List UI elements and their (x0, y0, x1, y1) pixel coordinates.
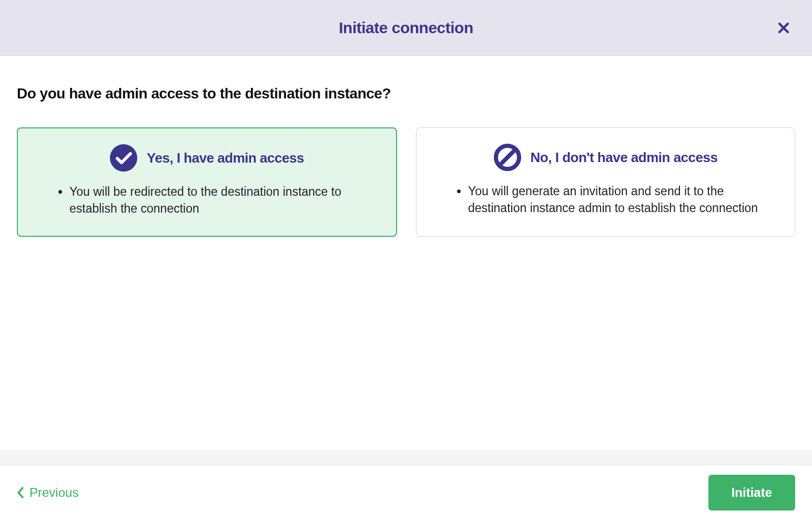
option-title: No, I don't have admin access (531, 149, 718, 166)
option-no-admin-access[interactable]: No, I don't have admin access You will g… (416, 127, 795, 237)
option-header: No, I don't have admin access (434, 144, 777, 171)
dialog-title: Initiate connection (339, 19, 473, 37)
dialog-content: Do you have admin access to the destinat… (0, 56, 812, 451)
option-title: Yes, I have admin access (147, 150, 304, 166)
prohibit-icon (494, 144, 521, 171)
close-icon[interactable] (778, 23, 789, 33)
option-header: Yes, I have admin access (36, 144, 378, 172)
option-description-list: You will be redirected to the destinatio… (36, 183, 378, 217)
svg-line-4 (500, 150, 515, 165)
admin-access-question: Do you have admin access to the destinat… (17, 85, 795, 102)
previous-label: Previous (29, 485, 78, 500)
footer-divider (0, 451, 812, 465)
option-yes-admin-access[interactable]: Yes, I have admin access You will be red… (17, 127, 397, 237)
option-description: You will generate an invitation and send… (468, 183, 772, 216)
check-circle-icon (110, 144, 137, 172)
initiate-button[interactable]: Initiate (708, 475, 795, 511)
previous-button[interactable]: Previous (17, 485, 78, 500)
option-description-list: You will generate an invitation and send… (434, 183, 777, 216)
dialog-header: Initiate connection (0, 0, 812, 56)
option-cards-row: Yes, I have admin access You will be red… (17, 127, 795, 237)
dialog-footer: Previous Initiate (0, 465, 812, 520)
svg-point-2 (110, 144, 137, 172)
option-description: You will be redirected to the destinatio… (69, 183, 373, 217)
chevron-left-icon (17, 487, 24, 498)
